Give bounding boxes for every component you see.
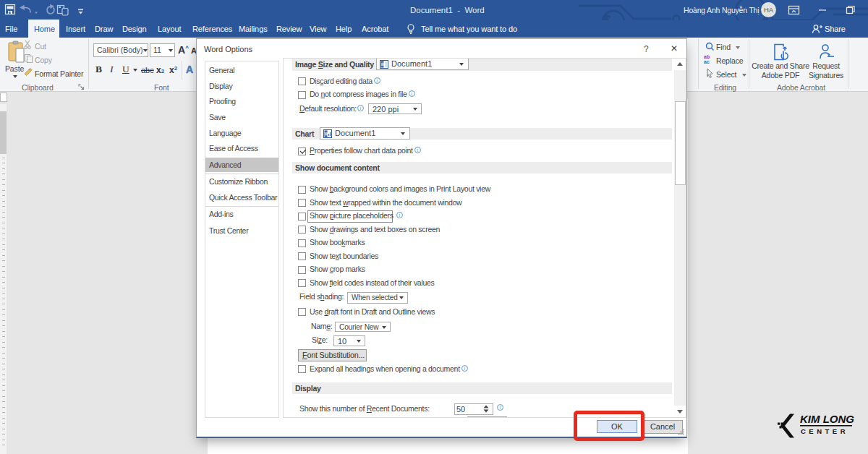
svg-text:KIM LONG: KIM LONG bbox=[800, 413, 854, 425]
svg-text:CENTER: CENTER bbox=[801, 427, 848, 435]
